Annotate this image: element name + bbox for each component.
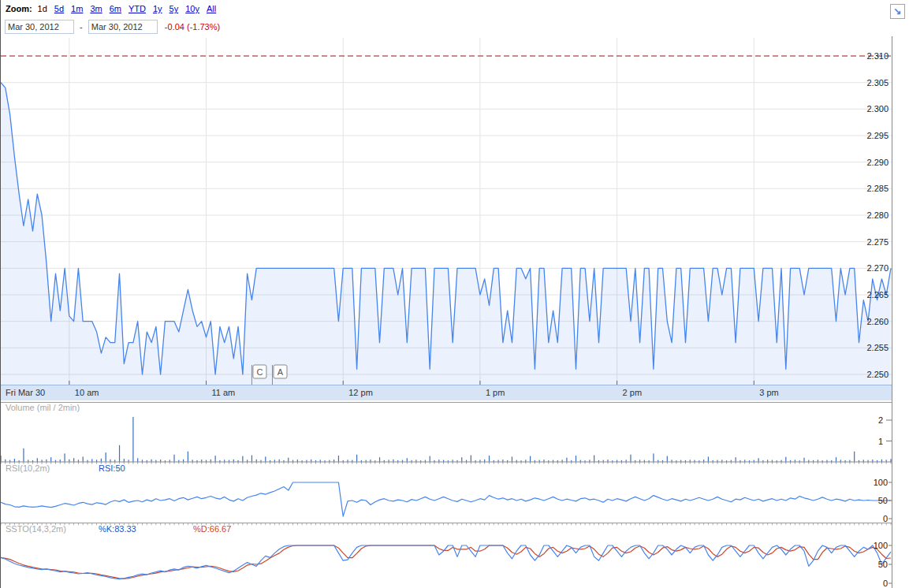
svg-text:2 pm: 2 pm — [623, 388, 642, 397]
svg-text:1: 1 — [878, 437, 883, 446]
charts-canvas[interactable]: Fri Mar 3010 am11 am12 pm1 pm2 pm3 pm2.2… — [0, 0, 909, 588]
volume-panel-label: Volume (mil / 2min) — [6, 403, 80, 412]
svg-text:3 pm: 3 pm — [759, 388, 778, 397]
rsi-panel-label: RSI(10,2m) — [6, 463, 50, 473]
svg-text:2.280: 2.280 — [866, 210, 889, 220]
svg-text:2.265: 2.265 — [866, 290, 889, 300]
svg-text:2.250: 2.250 — [866, 370, 889, 379]
svg-text:1 pm: 1 pm — [486, 388, 505, 397]
svg-text:2.275: 2.275 — [866, 237, 889, 247]
svg-text:A: A — [278, 367, 284, 377]
zoom-range-3m[interactable]: 3m — [90, 4, 102, 13]
zoom-range-YTD[interactable]: YTD — [129, 4, 146, 13]
price-change-text: -0.04 (-1.73%) — [165, 22, 220, 32]
svg-text:0: 0 — [883, 579, 888, 588]
zoom-range-1m[interactable]: 1m — [71, 4, 83, 13]
svg-text:11 am: 11 am — [212, 388, 236, 397]
ssto-k-readout: %K:83.33 — [99, 524, 136, 534]
zoom-range-5d[interactable]: 5d — [54, 4, 64, 13]
svg-text:2.270: 2.270 — [866, 263, 889, 273]
zoom-range-1y[interactable]: 1y — [153, 4, 162, 13]
svg-text:50: 50 — [878, 496, 888, 505]
svg-text:2.255: 2.255 — [866, 343, 889, 352]
svg-text:12 pm: 12 pm — [348, 388, 373, 397]
stock-chart-widget: Fri Mar 3010 am11 am12 pm1 pm2 pm3 pm2.2… — [0, 0, 909, 588]
svg-text:10 am: 10 am — [75, 388, 99, 397]
right-border — [892, 36, 892, 588]
svg-text:Fri Mar 30: Fri Mar 30 — [6, 388, 45, 397]
svg-text:2.300: 2.300 — [866, 104, 889, 114]
svg-text:2.260: 2.260 — [866, 317, 889, 326]
date-range-row: - -0.04 (-1.73%) — [5, 20, 220, 34]
toolbar: Zoom:1d5d1m3m6mYTD1y5y10yAll — [6, 4, 223, 13]
date-to-input[interactable] — [88, 20, 158, 34]
zoom-range-All[interactable]: All — [207, 4, 216, 13]
svg-text:2.305: 2.305 — [866, 78, 889, 87]
expand-icon[interactable]: ↘ — [890, 4, 905, 19]
svg-text:2.290: 2.290 — [866, 158, 889, 167]
date-from-input[interactable] — [5, 20, 74, 34]
svg-text:100: 100 — [874, 541, 888, 550]
svg-text:50: 50 — [878, 560, 888, 569]
svg-text:0: 0 — [883, 514, 888, 523]
svg-text:2: 2 — [878, 415, 883, 425]
svg-text:2.285: 2.285 — [866, 184, 889, 193]
svg-text:2.310: 2.310 — [866, 51, 889, 61]
ssto-y-axis-labels: 050100 — [874, 541, 892, 588]
zoom-range-1d[interactable]: 1d — [38, 4, 47, 13]
svg-text:100: 100 — [874, 478, 888, 487]
zoom-range-5y[interactable]: 5y — [170, 4, 179, 13]
svg-text:C: C — [256, 367, 263, 377]
zoom-range-6m[interactable]: 6m — [110, 4, 121, 13]
left-border — [0, 0, 1, 588]
ssto-d-readout: %D:66.67 — [193, 524, 231, 534]
ssto-panel-label: SSTO(14,3,2m) — [6, 524, 66, 534]
svg-text:2.295: 2.295 — [866, 131, 889, 140]
zoom-range-10y[interactable]: 10y — [185, 4, 199, 13]
rsi-readout: RSI:50 — [99, 463, 125, 473]
zoom-ranges: 1d5d1m3m6mYTD1y5y10yAll — [38, 4, 224, 13]
volume-panel: 12 — [0, 403, 892, 464]
date-separator: - — [80, 22, 83, 32]
expand-arrow-glyph: ↘ — [893, 6, 901, 17]
rsi-panel: 050100 — [1, 478, 892, 523]
zoom-label: Zoom: — [6, 4, 32, 13]
